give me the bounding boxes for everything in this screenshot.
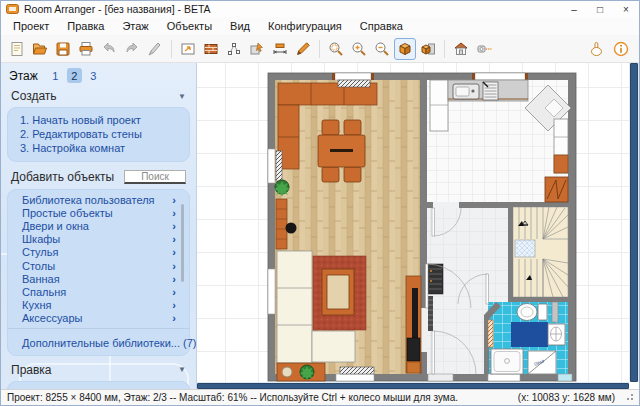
collapse-arrow-icon[interactable]: ▼	[178, 92, 186, 101]
edit-walls-button[interactable]	[177, 38, 199, 60]
library-item-doors-windows[interactable]: Двери и окна›	[8, 219, 189, 232]
open-button[interactable]	[29, 38, 51, 60]
wall-tool-button[interactable]	[200, 38, 222, 60]
collapse-arrow-icon[interactable]: ▼	[178, 365, 186, 374]
horizontal-scrollbar-thumb[interactable]	[197, 383, 629, 389]
vertical-scrollbar-thumb[interactable]	[630, 63, 638, 382]
library-list: Библиотека пользователя› Простые объекты…	[7, 189, 190, 356]
library-item-bedroom[interactable]: Спальня›	[8, 285, 189, 298]
kitchen-tall-cabinet[interactable]	[430, 80, 448, 131]
library-item-bathroom[interactable]: Ванная›	[8, 272, 189, 285]
library-item-simple-objects[interactable]: Простые объекты›	[8, 206, 189, 219]
library-item-user[interactable]: Библиотека пользователя›	[8, 193, 189, 206]
resize-grip[interactable]	[625, 394, 633, 402]
library-item-cabinets[interactable]: Шкафы›	[8, 233, 189, 246]
title-bar: Room Arranger - [без названия] - BETA – …	[1, 1, 639, 17]
draw-button[interactable]	[292, 38, 314, 60]
menu-floor[interactable]: Этаж	[113, 19, 157, 33]
zoom-region-icon	[328, 41, 344, 57]
redo-button[interactable]	[121, 38, 143, 60]
create-step-edit-walls[interactable]: 2. Редактировать стены	[20, 127, 179, 141]
menu-edit[interactable]: Правка	[58, 19, 113, 33]
radiator[interactable]	[276, 151, 282, 181]
view-3d-button[interactable]	[394, 38, 416, 60]
chevron-right-icon: ›	[172, 261, 176, 271]
floor-tab-1[interactable]: 1	[48, 68, 63, 83]
radiator[interactable]	[338, 80, 370, 87]
maximize-button[interactable]: □	[587, 1, 613, 17]
coffee-table[interactable]	[322, 269, 354, 315]
horizontal-scrollbar[interactable]	[197, 382, 629, 389]
floor-label: Этаж	[9, 69, 38, 83]
walls-3d-button[interactable]	[450, 38, 472, 60]
floor-plan-canvas[interactable]: Désir	[197, 63, 629, 382]
minimize-button[interactable]: –	[561, 1, 587, 17]
menu-configuration[interactable]: Конфигурация	[259, 19, 351, 33]
save-floppy-icon	[55, 41, 71, 57]
kitchen-wall-cabinets[interactable]	[554, 119, 568, 173]
floor-plan[interactable]: Désir	[197, 63, 629, 382]
new-project-button[interactable]	[6, 38, 28, 60]
close-button[interactable]: ×	[613, 1, 639, 17]
wardrobe[interactable]	[545, 177, 568, 202]
library-item-label: Столы	[22, 260, 55, 272]
zoom-in-button[interactable]	[348, 38, 370, 60]
tv-stand[interactable]	[406, 276, 421, 373]
object-cursor-icon	[249, 41, 265, 57]
bath-mat[interactable]	[511, 322, 548, 347]
select-objects-button[interactable]	[246, 38, 268, 60]
library-item-tables[interactable]: Столы›	[8, 259, 189, 272]
floor-tab-2[interactable]: 2	[67, 68, 82, 83]
create-step-room-setup[interactable]: 3. Настройка комнат	[20, 141, 179, 155]
washbasin[interactable]	[548, 324, 565, 345]
menu-help[interactable]: Справка	[351, 19, 412, 33]
stove[interactable]	[483, 82, 498, 100]
undo-arrow-icon	[101, 41, 117, 57]
zoom-region-button[interactable]	[325, 38, 347, 60]
print-button[interactable]	[75, 38, 97, 60]
library-item-accessories[interactable]: Аксессуары›	[8, 312, 189, 325]
measure-button[interactable]	[473, 38, 495, 60]
menu-project[interactable]: Проект	[4, 19, 58, 33]
undo-button[interactable]	[98, 38, 120, 60]
view-3d-window-button[interactable]	[417, 38, 439, 60]
status-coordinates: (x: 10083 y: 1628 мм)	[518, 392, 625, 403]
library-item-label: Шкафы	[22, 233, 60, 245]
dimensions-button[interactable]	[269, 38, 291, 60]
shower-screen[interactable]	[552, 302, 558, 322]
create-section-header[interactable]: Создать ▼	[1, 86, 196, 105]
menu-objects[interactable]: Объекты	[158, 19, 221, 33]
pencil-icon	[295, 41, 311, 57]
library-item-kitchen[interactable]: Кухня›	[8, 299, 189, 312]
edit-points-button[interactable]	[223, 38, 245, 60]
shower-tray[interactable]: Désir	[528, 351, 556, 374]
more-libraries-row[interactable]: Дополнительные библиотеки... (7)	[8, 328, 189, 353]
chevron-right-icon: ›	[172, 274, 176, 284]
room-plan-icon	[180, 41, 196, 57]
vertical-scrollbar[interactable]	[629, 63, 639, 382]
library-scrollbar[interactable]	[181, 204, 184, 282]
status-bar: Проект: 8255 × 8400 мм, Этаж: 2/3 -- Мас…	[1, 389, 639, 405]
create-step-new-project[interactable]: 1. Начать новый проект	[20, 113, 179, 127]
bathroom-radiator[interactable]	[488, 320, 493, 347]
toilet[interactable]	[517, 304, 547, 321]
search-input[interactable]: Поиск	[124, 170, 186, 184]
library-item-chairs[interactable]: Стулья›	[8, 246, 189, 259]
chevron-right-icon: ›	[172, 195, 176, 205]
floor-tab-3[interactable]: 3	[86, 68, 101, 83]
menu-view[interactable]: Вид	[221, 19, 259, 33]
radiator[interactable]	[340, 367, 374, 374]
bookcase[interactable]	[276, 199, 287, 249]
shower[interactable]	[491, 349, 523, 374]
kitchen-sink[interactable]	[453, 84, 479, 99]
zoom-out-button[interactable]	[371, 38, 393, 60]
style-brush-button[interactable]	[144, 38, 166, 60]
edit-section-header[interactable]: Правка ▼	[1, 360, 196, 379]
floor-lamp[interactable]	[286, 223, 297, 234]
edit-panel	[7, 381, 190, 389]
side-table[interactable]	[277, 363, 325, 381]
pointer-mode-button[interactable]	[585, 38, 607, 60]
plant[interactable]	[274, 180, 290, 197]
save-button[interactable]	[52, 38, 74, 60]
info-button[interactable]	[610, 38, 632, 60]
